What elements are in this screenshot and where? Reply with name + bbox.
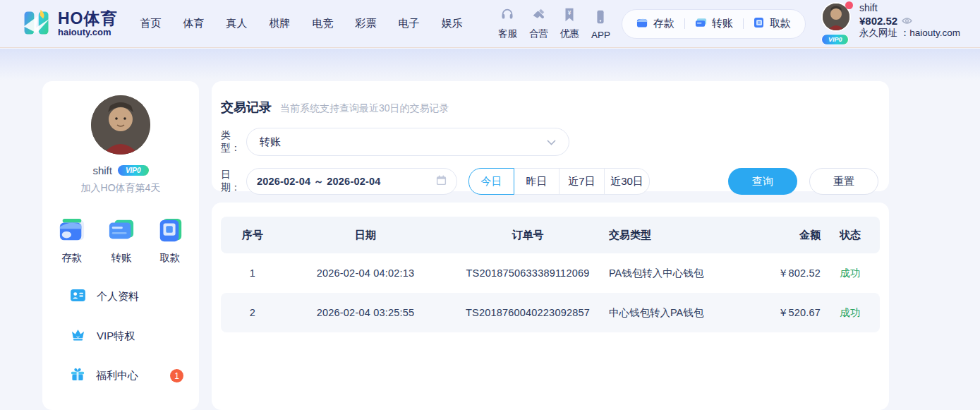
nav-item-esports[interactable]: 电竞 (313, 17, 334, 30)
nav-item-board[interactable]: 棋牌 (270, 17, 291, 30)
type-select-value: 转账 (260, 135, 281, 149)
cell-date: 2026-02-04 03:25:55 (284, 307, 447, 318)
page-subtitle: 当前系统支持查询最近30日的交易记录 (280, 102, 449, 115)
col-header-status: 状态 (821, 229, 880, 242)
cell-type: PA钱包转入中心钱包 (609, 267, 743, 280)
id-card-icon (71, 289, 85, 304)
sidebar-deposit-label: 存款 (62, 251, 83, 265)
pill-divider (743, 18, 744, 29)
headset-icon (500, 7, 515, 25)
joined-days-text: 加入HO体育第4天 (42, 182, 199, 195)
sidebar-withdraw-label: 取款 (160, 251, 181, 265)
type-select[interactable]: 转账 (246, 128, 569, 156)
sidebar-vip-badge: VIP0 (118, 165, 149, 176)
table-row[interactable]: 2 2026-02-04 03:25:55 TS2018760040223092… (221, 293, 880, 332)
wallet-actions-pill: 存款 转账 (622, 9, 806, 39)
nav-item-home[interactable]: 首页 (140, 17, 162, 30)
col-header-amount: 金额 (743, 229, 821, 242)
cell-status: 成功 (821, 267, 880, 280)
phone-icon (593, 9, 608, 28)
calendar-icon (436, 175, 447, 188)
app-download-label: APP (591, 30, 610, 40)
withdraw-wallet-icon (156, 217, 184, 247)
withdraw-icon (754, 17, 765, 31)
sidebar-transfer-label: 转账 (111, 251, 132, 265)
range-yesterday-button[interactable]: 昨日 (514, 168, 559, 195)
welfare-count-badge: 1 (170, 369, 183, 382)
range-30days-button[interactable]: 近30日 (604, 168, 650, 195)
quick-icon-group: 客服 合营 ¥ 优惠 (498, 7, 610, 40)
cell-no: 2 (221, 307, 284, 318)
sidebar-item-profile[interactable]: 个人资料 (42, 277, 199, 316)
sidebar-username: shift (92, 164, 112, 176)
sidebar-item-vip[interactable]: VIP特权 (42, 316, 199, 356)
promotions-label: 优惠 (560, 28, 579, 40)
user-info[interactable]: VIP0 shift ¥802.52 永久网址 ：haiouty.com (821, 2, 960, 45)
cell-order: TS2018760040223092857 (447, 307, 609, 318)
coupon-icon: ¥ (562, 7, 577, 25)
brand-logo[interactable]: HO体育 haiouty.com (21, 7, 118, 41)
sidebar-avatar (91, 95, 150, 155)
col-header-date: 日期 (284, 229, 447, 242)
date-range-input[interactable]: 2026-02-04 ～ 2026-02-04 (246, 168, 457, 195)
cell-date: 2026-02-04 04:02:13 (284, 267, 447, 279)
nav-item-live[interactable]: 真人 (226, 17, 248, 30)
reset-button[interactable]: 重置 (809, 168, 878, 195)
customer-service-label: 客服 (498, 28, 517, 40)
search-button[interactable]: 查询 (728, 168, 797, 195)
transfer-wallet-icon (107, 217, 136, 247)
date-range-value: 2026-02-04 ～ 2026-02-04 (257, 175, 381, 188)
crown-icon (71, 328, 85, 344)
username: shift (859, 2, 960, 15)
main-nav: 首页 体育 真人 棋牌 电竞 彩票 电子 娱乐 (140, 17, 463, 30)
permanent-url: 永久网址 ：haiouty.com (859, 28, 960, 40)
profile-sidebar: shift VIP0 加入HO体育第4天 存款 (42, 81, 199, 410)
cell-status: 成功 (821, 306, 880, 320)
header-deposit-button[interactable]: 存款 (636, 17, 674, 31)
transaction-filter-panel: 交易记录 当前系统支持查询最近30日的交易记录 类型： 转账 日期： 2 (212, 81, 889, 191)
header-withdraw-label: 取款 (770, 17, 791, 30)
range-7days-button[interactable]: 近7日 (559, 168, 605, 195)
cell-amount: ￥520.67 (743, 306, 821, 320)
pill-divider (684, 18, 685, 29)
col-header-order: 订单号 (447, 229, 609, 242)
cell-order: TS2018750633389112069 (447, 267, 609, 279)
chevron-down-icon (547, 135, 556, 148)
type-label: 类型： (221, 129, 246, 155)
deposit-wallet-icon (57, 217, 87, 247)
nav-item-sports[interactable]: 体育 (183, 17, 205, 30)
sidebar-withdraw-button[interactable]: 取款 (156, 217, 184, 265)
brand-name: HO体育 (58, 10, 118, 27)
svg-text:¥: ¥ (568, 10, 571, 16)
sidebar-transfer-button[interactable]: 转账 (107, 217, 136, 265)
sidebar-deposit-button[interactable]: 存款 (57, 217, 87, 265)
header-transfer-button[interactable]: 转账 (695, 17, 733, 31)
col-header-type: 交易类型 (609, 229, 743, 242)
vip-badge: VIP0 (821, 34, 849, 45)
partnership-label: 合营 (529, 28, 548, 40)
cell-type: 中心钱包转入PA钱包 (609, 306, 743, 320)
promotions-button[interactable]: ¥ 优惠 (560, 7, 579, 40)
app-download-button[interactable]: APP (591, 9, 610, 40)
header-transfer-label: 转账 (712, 17, 733, 30)
nav-item-lottery[interactable]: 彩票 (356, 17, 377, 30)
nav-item-slots[interactable]: 电子 (399, 17, 420, 30)
header-deposit-label: 存款 (653, 17, 674, 30)
transfer-icon (695, 17, 707, 31)
sidebar-item-welfare[interactable]: 福利中心 1 (42, 356, 199, 396)
brand-logo-icon (21, 7, 52, 41)
brand-domain: haiouty.com (58, 27, 118, 37)
notification-dot (845, 1, 853, 9)
table-header-row: 序号 日期 订单号 交易类型 金额 状态 (221, 217, 880, 253)
eye-icon[interactable] (902, 15, 912, 28)
customer-service-button[interactable]: 客服 (498, 7, 517, 40)
table-row[interactable]: 1 2026-02-04 04:02:13 TS2018750633389112… (221, 253, 880, 293)
partnership-button[interactable]: 合营 (529, 7, 548, 40)
date-label: 日期： (221, 169, 246, 194)
header-withdraw-button[interactable]: 取款 (754, 17, 791, 31)
transaction-table-panel: 序号 日期 订单号 交易类型 金额 状态 1 2026-02-04 04:02:… (212, 203, 889, 410)
range-today-button[interactable]: 今日 (468, 168, 514, 195)
nav-item-entertainment[interactable]: 娱乐 (442, 17, 463, 30)
deposit-icon (636, 17, 648, 31)
page-title: 交易记录 (221, 99, 272, 116)
